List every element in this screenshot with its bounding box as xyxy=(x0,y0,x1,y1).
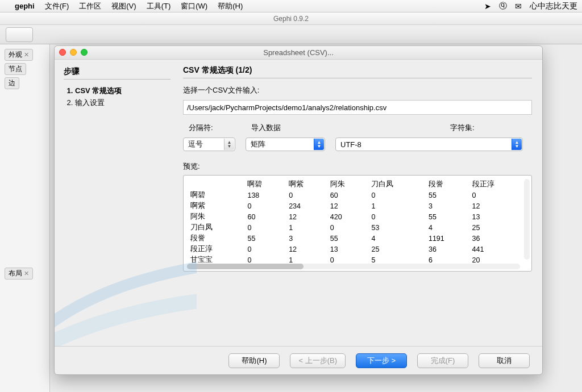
preview-cell: 12 xyxy=(286,244,328,255)
preview-cell: 55 xyxy=(426,190,470,201)
menu-tools[interactable]: 工具(T) xyxy=(147,1,171,11)
menu-window[interactable]: 窗口(W) xyxy=(181,1,207,11)
steps-heading: 步骤 xyxy=(64,66,171,77)
panel-edge[interactable]: 边 xyxy=(5,77,19,89)
charset-select[interactable]: UTF-8 ▲▼ xyxy=(335,137,523,151)
preview-cell: 0 xyxy=(369,211,426,222)
preview-cell: 36 xyxy=(426,244,470,255)
preview-cell: 55 xyxy=(328,233,369,244)
wechat-icon[interactable]: ✉ xyxy=(515,2,522,11)
dialog-title: Spreadsheet (CSV)... xyxy=(263,48,334,57)
cancel-button[interactable]: 取消 xyxy=(479,353,530,368)
panel-appearance[interactable]: 外观✕ xyxy=(5,49,33,61)
scrollbar-vertical[interactable] xyxy=(524,179,530,260)
separator-select[interactable]: 逗号 ▲▼ xyxy=(183,137,235,151)
window-minimize-icon[interactable] xyxy=(70,49,77,56)
csv-import-dialog: Spreadsheet (CSV)... 步骤 CSV 常规选项 输入设置 CS… xyxy=(54,45,543,375)
chevron-updown-icon: ▲▼ xyxy=(512,139,522,150)
preview-table-container: 啊碧啊紫阿朱刀白凤段誉段正淳啊碧1380600550啊紫0234121312阿朱… xyxy=(183,175,532,272)
preview-cell: 441 xyxy=(470,244,527,255)
preview-cell: 25 xyxy=(369,244,426,255)
qq-icon[interactable]: ⓠ xyxy=(499,1,507,11)
separator-label: 分隔符: xyxy=(183,123,251,133)
preview-cell: 60 xyxy=(245,211,286,222)
preview-cell: 234 xyxy=(286,201,328,211)
window-close-icon[interactable] xyxy=(59,49,66,56)
preview-cell: 刀白凤 xyxy=(369,179,426,190)
mac-menubar: gephi 文件(F) 工作区 视图(V) 工具(T) 窗口(W) 帮助(H) … xyxy=(0,0,582,12)
chevron-updown-icon: ▲▼ xyxy=(224,139,234,150)
preview-cell: 1 xyxy=(369,201,426,211)
charset-label: 字符集: xyxy=(354,123,475,133)
help-button[interactable]: 帮助(H) xyxy=(228,353,280,368)
wizard-content-panel: CSV 常规选项 (1/2) 选择一个CSV文件输入: 分隔符: 导入数据 字符… xyxy=(180,60,542,346)
preview-cell: 段正淳 xyxy=(188,244,245,255)
preview-cell: 1191 xyxy=(426,233,470,244)
close-icon[interactable]: ✕ xyxy=(24,51,29,58)
preview-cell: 0 xyxy=(328,222,369,233)
preview-cell: 12 xyxy=(470,201,527,211)
window-zoom-icon[interactable] xyxy=(81,49,88,56)
preview-cell: 420 xyxy=(328,211,369,222)
location-icon[interactable]: ➤ xyxy=(484,2,491,11)
finish-button[interactable]: 完成(F) xyxy=(417,353,468,368)
menu-workspace[interactable]: 工作区 xyxy=(79,1,101,11)
chevron-updown-icon: ▲▼ xyxy=(314,139,324,150)
preview-cell: 0 xyxy=(245,244,286,255)
preview-cell: 阿朱 xyxy=(328,179,369,190)
app-toolbar xyxy=(0,25,582,44)
preview-cell: 12 xyxy=(328,201,369,211)
preview-cell: 25 xyxy=(470,222,527,233)
scrollbar-thumb[interactable] xyxy=(187,264,304,269)
menu-help[interactable]: 帮助(H) xyxy=(218,1,243,11)
preview-cell: 55 xyxy=(245,233,286,244)
preview-cell: 3 xyxy=(426,201,470,211)
preview-cell: 3 xyxy=(286,233,328,244)
preview-cell: 啊紫 xyxy=(286,179,328,190)
dialog-footer: 帮助(H) < 上一步(B) 下一步 > 完成(F) 取消 xyxy=(55,346,542,374)
step-1: CSV 常规选项 xyxy=(75,85,171,97)
preview-cell: 13 xyxy=(470,211,527,222)
preview-cell: 啊紫 xyxy=(188,201,245,211)
menu-view[interactable]: 视图(V) xyxy=(111,1,136,11)
preview-cell: 啊碧 xyxy=(245,179,286,190)
content-heading: CSV 常规选项 (1/2) xyxy=(183,65,532,76)
panel-layout[interactable]: 布局✕ xyxy=(5,268,33,280)
preview-cell xyxy=(188,179,245,190)
toolbar-button[interactable] xyxy=(6,27,33,42)
preview-cell: 138 xyxy=(245,190,286,201)
status-text: 心中志比天更 xyxy=(530,1,577,11)
file-path-input[interactable] xyxy=(183,100,532,115)
preview-cell: 0 xyxy=(245,222,286,233)
menu-file[interactable]: 文件(F) xyxy=(45,1,69,11)
preview-table: 啊碧啊紫阿朱刀白凤段誉段正淳啊碧1380600550啊紫0234121312阿朱… xyxy=(188,179,527,265)
import-label: 导入数据 xyxy=(251,123,354,133)
preview-cell: 4 xyxy=(426,222,470,233)
preview-cell: 0 xyxy=(286,190,328,201)
step-2: 输入设置 xyxy=(75,97,171,109)
menubar-app[interactable]: gephi xyxy=(15,2,35,10)
panel-node[interactable]: 节点 xyxy=(5,63,26,75)
scrollbar-horizontal[interactable] xyxy=(187,264,520,269)
preview-cell: 阿朱 xyxy=(188,211,245,222)
preview-cell: 段正淳 xyxy=(470,179,527,190)
preview-cell: 12 xyxy=(286,211,328,222)
preview-label: 预览: xyxy=(183,161,532,172)
preview-cell: 53 xyxy=(369,222,426,233)
left-panel: 外观✕ 节点 边 布局✕ ---选择一个 xyxy=(0,44,50,392)
close-icon[interactable]: ✕ xyxy=(24,270,29,277)
preview-cell: 4 xyxy=(369,233,426,244)
preview-cell: 60 xyxy=(328,190,369,201)
app-titlebar: Gephi 0.9.2 xyxy=(0,12,582,25)
import-mode-select[interactable]: 矩阵 ▲▼ xyxy=(246,137,325,151)
preview-cell: 13 xyxy=(328,244,369,255)
choose-file-label: 选择一个CSV文件输入: xyxy=(183,85,532,95)
preview-cell: 啊碧 xyxy=(188,190,245,201)
preview-cell: 0 xyxy=(470,190,527,201)
back-button[interactable]: < 上一步(B) xyxy=(290,353,346,368)
wizard-steps-panel: 步骤 CSV 常规选项 输入设置 xyxy=(55,60,180,346)
dialog-titlebar: Spreadsheet (CSV)... xyxy=(55,46,542,60)
preview-cell: 0 xyxy=(245,201,286,211)
next-button[interactable]: 下一步 > xyxy=(356,353,407,368)
preview-cell: 段誉 xyxy=(426,179,470,190)
